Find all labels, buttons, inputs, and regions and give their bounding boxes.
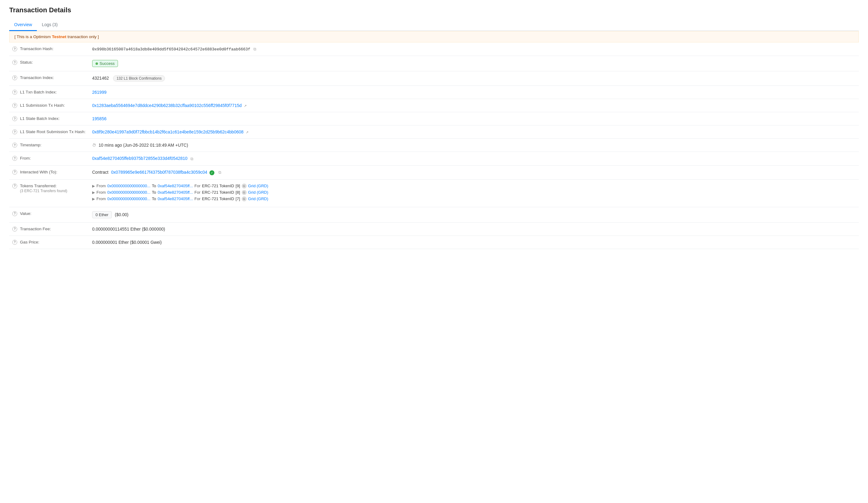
notice-bar: [ This is a Optimism Testnet transaction… <box>9 31 859 42</box>
tokens-label: Tokens Transferred: <box>20 183 67 188</box>
row-timestamp: ? Timestamp: ⏱ 10 mins ago (Jun-26-2022 … <box>9 139 859 152</box>
notice-bold: Testnet <box>52 34 66 39</box>
status-badge: Success <box>92 60 118 67</box>
help-icon-status: ? <box>12 60 17 65</box>
row-tx-index: ? Transaction Index: 4321462 132 L1 Bloc… <box>9 71 859 86</box>
token-transfer-row-3: ▶ From 0x0000000000000000... To 0xaf54e8… <box>92 197 856 201</box>
token-coin-icon-3: G <box>242 197 247 201</box>
row-tokens-transferred: ? Tokens Transferred: (3 ERC-721 Transfe… <box>9 179 859 207</box>
help-icon-tx-index: ? <box>12 75 17 80</box>
timestamp-value: 10 mins ago (Jun-26-2022 01:18:49 AM +UT… <box>99 143 188 148</box>
row-l1-state-root: ? L1 State Root Submission Tx Hash: 0x8f… <box>9 125 859 139</box>
token-name-3[interactable]: Grid (GRD) <box>248 197 268 201</box>
row-status: ? Status: Success <box>9 56 859 71</box>
token-from-addr-3[interactable]: 0x0000000000000000... <box>107 197 150 201</box>
row-l1-submission-hash: ? L1 Submission Tx Hash: 0x1283aeba55646… <box>9 99 859 112</box>
page-title: Transaction Details <box>9 6 859 14</box>
token-name-1[interactable]: Grid (GRD) <box>248 183 268 188</box>
success-dot <box>95 62 98 65</box>
row-value: ? Value: 0 Ether ($0.00) <box>9 207 859 222</box>
status-label: Status: <box>20 60 33 64</box>
external-link-icon-2: ↗ <box>246 130 248 134</box>
detail-table: ? Transaction Hash: 0x998b36165007a4618a… <box>9 42 859 249</box>
token-from-addr-1[interactable]: 0x0000000000000000... <box>107 183 150 188</box>
external-link-icon-1: ↗ <box>244 104 247 108</box>
tab-logs[interactable]: Logs (3) <box>37 19 62 31</box>
token-to-addr-2[interactable]: 0xaf54e8270405ff... <box>157 190 193 195</box>
from-value[interactable]: 0xaf54e8270405ffeb9375b72855e333d4f05428… <box>92 156 187 161</box>
from-label: From: <box>20 156 31 161</box>
help-icon-l1-state-root: ? <box>12 129 17 134</box>
help-icon-interacted: ? <box>12 170 17 175</box>
notice-prefix: [ This is a Optimism <box>14 34 52 39</box>
help-icon-value: ? <box>12 211 17 216</box>
token-from-label-2: From <box>96 190 106 195</box>
l1-submission-value[interactable]: 0x1283aeba5564694e7d8ddce4290b6238b32cff… <box>92 103 242 108</box>
token-transfer-row-2: ▶ From 0x0000000000000000... To 0xaf54e8… <box>92 190 856 195</box>
row-l1-batch-index: ? L1 Txn Batch Index: 261999 <box>9 86 859 99</box>
token-name-2[interactable]: Grid (GRD) <box>248 190 268 195</box>
row-gas-price: ? Gas Price: 0.000000001 Ether ($0.00001… <box>9 235 859 249</box>
token-to-addr-3[interactable]: 0xaf54e8270405ff... <box>157 197 193 201</box>
verified-icon: ✓ <box>209 170 214 175</box>
token-to-label-2: To <box>152 190 156 195</box>
token-to-label-3: To <box>152 197 156 201</box>
value-usd: ($0.00) <box>115 212 128 217</box>
status-value: Success <box>100 61 115 66</box>
help-icon-l1-submission: ? <box>12 103 17 108</box>
value-badge: 0 Ether <box>92 211 112 218</box>
interacted-value[interactable]: 0x0789965e9e6617f4375b0f787038fba4c3059c… <box>111 170 207 175</box>
help-icon-from: ? <box>12 156 17 161</box>
l1-state-batch-value[interactable]: 195856 <box>92 116 106 121</box>
tx-hash-value: 0x998b36165007a4618a3db8e409dd5f65942042… <box>92 47 250 52</box>
tab-overview[interactable]: Overview <box>9 19 37 31</box>
gas-price-label: Gas Price: <box>20 240 39 244</box>
token-arrow-3: ▶ <box>92 197 95 201</box>
help-icon-l1-state-batch: ? <box>12 116 17 121</box>
l1-batch-value[interactable]: 261999 <box>92 90 106 95</box>
l1-state-batch-label: L1 State Batch Index: <box>20 116 60 121</box>
tokens-sub-label: (3 ERC-721 Transfers found) <box>20 189 67 193</box>
tx-hash-label: Transaction Hash: <box>20 47 53 51</box>
token-for-label-1: For <box>194 183 200 188</box>
copy-tx-hash-icon[interactable]: ⧉ <box>254 47 256 52</box>
interacted-prefix: Contract <box>92 170 108 175</box>
row-tx-fee: ? Transaction Fee: 0.00000000114551 Ethe… <box>9 222 859 235</box>
help-icon-tx-hash: ? <box>12 47 17 51</box>
tx-fee-label: Transaction Fee: <box>20 227 51 231</box>
token-from-addr-2[interactable]: 0x0000000000000000... <box>107 190 150 195</box>
row-interacted-with: ? Interacted With (To): Contract 0x07899… <box>9 165 859 179</box>
token-arrow-2: ▶ <box>92 190 95 195</box>
token-id-2: [8] <box>236 190 240 195</box>
l1-batch-label: L1 Txn Batch Index: <box>20 90 57 94</box>
token-type-3: ERC-721 TokenID <box>202 197 234 201</box>
copy-from-icon[interactable]: ⧉ <box>190 157 193 161</box>
token-from-label-1: From <box>96 183 106 188</box>
l1-submission-label: L1 Submission Tx Hash: <box>20 103 65 108</box>
l1-state-root-label: L1 State Root Submission Tx Hash: <box>20 129 86 134</box>
token-from-label-3: From <box>96 197 106 201</box>
token-id-1: [9] <box>236 183 240 188</box>
token-to-addr-1[interactable]: 0xaf54e8270405ff... <box>157 183 193 188</box>
token-transfer-row-1: ▶ From 0x0000000000000000... To 0xaf54e8… <box>92 183 856 189</box>
token-to-label-1: To <box>152 183 156 188</box>
notice-suffix: transaction only ] <box>66 34 99 39</box>
tab-bar: Overview Logs (3) <box>9 19 859 31</box>
help-icon-gas-price: ? <box>12 240 17 245</box>
l1-state-root-value[interactable]: 0x8f9c280e41997a9d0f72fbbcb14b2f6ca1c61e… <box>92 129 244 134</box>
token-coin-icon-1: G <box>242 183 247 189</box>
token-for-label-2: For <box>194 190 200 195</box>
token-coin-icon-2: G <box>242 190 247 195</box>
help-icon-tx-fee: ? <box>12 227 17 232</box>
timestamp-label: Timestamp: <box>20 143 41 147</box>
row-l1-state-batch: ? L1 State Batch Index: 195856 <box>9 112 859 125</box>
gas-price-value: 0.000000001 Ether ($0.00001 Gwei) <box>92 240 162 245</box>
copy-interacted-icon[interactable]: ⧉ <box>218 170 221 175</box>
confirmations-badge: 132 L1 Block Confirmations <box>113 75 165 81</box>
row-transaction-hash: ? Transaction Hash: 0x998b36165007a4618a… <box>9 42 859 56</box>
help-icon-l1-batch: ? <box>12 90 17 95</box>
tx-index-label: Transaction Index: <box>20 75 54 80</box>
token-for-label-3: For <box>194 197 200 201</box>
value-label: Value: <box>20 211 31 216</box>
row-from: ? From: 0xaf54e8270405ffeb9375b72855e333… <box>9 152 859 165</box>
